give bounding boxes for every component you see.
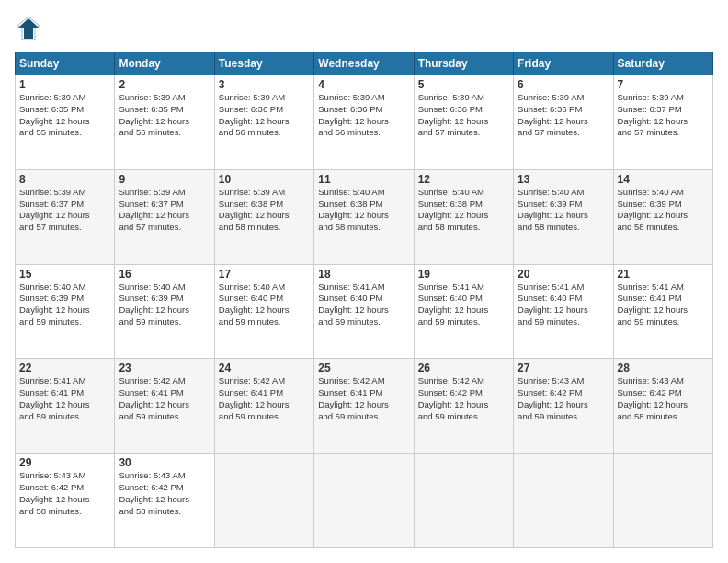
day-number: 18 — [318, 268, 409, 281]
day-number: 24 — [219, 362, 310, 374]
day-cell — [314, 454, 414, 548]
day-cell — [414, 454, 513, 548]
day-info: Sunrise: 5:40 AM Sunset: 6:38 PM Dayligh… — [418, 187, 509, 234]
col-header-friday: Friday — [514, 52, 613, 75]
day-cell: 18Sunrise: 5:41 AM Sunset: 6:40 PM Dayli… — [314, 264, 414, 359]
day-cell: 23Sunrise: 5:42 AM Sunset: 6:41 PM Dayli… — [115, 359, 214, 454]
day-info: Sunrise: 5:39 AM Sunset: 6:37 PM Dayligh… — [618, 92, 709, 139]
day-number: 14 — [618, 173, 709, 186]
day-cell: 19Sunrise: 5:41 AM Sunset: 6:40 PM Dayli… — [414, 264, 513, 359]
day-info: Sunrise: 5:39 AM Sunset: 6:36 PM Dayligh… — [219, 92, 310, 139]
day-number: 1 — [19, 78, 110, 91]
day-info: Sunrise: 5:40 AM Sunset: 6:38 PM Dayligh… — [318, 187, 409, 234]
day-cell: 7Sunrise: 5:39 AM Sunset: 6:37 PM Daylig… — [613, 75, 712, 170]
day-cell: 13Sunrise: 5:40 AM Sunset: 6:39 PM Dayli… — [514, 169, 613, 264]
day-cell: 2Sunrise: 5:39 AM Sunset: 6:35 PM Daylig… — [115, 75, 214, 170]
day-number: 4 — [318, 78, 409, 91]
col-header-wednesday: Wednesday — [314, 52, 414, 75]
day-number: 27 — [518, 362, 609, 374]
day-info: Sunrise: 5:41 AM Sunset: 6:40 PM Dayligh… — [318, 282, 409, 328]
week-row-2: 8Sunrise: 5:39 AM Sunset: 6:37 PM Daylig… — [16, 169, 713, 264]
day-cell: 10Sunrise: 5:39 AM Sunset: 6:38 PM Dayli… — [214, 169, 313, 264]
day-cell: 15Sunrise: 5:40 AM Sunset: 6:39 PM Dayli… — [16, 264, 115, 359]
day-info: Sunrise: 5:41 AM Sunset: 6:40 PM Dayligh… — [418, 282, 509, 328]
day-number: 26 — [418, 362, 509, 374]
day-info: Sunrise: 5:41 AM Sunset: 6:41 PM Dayligh… — [618, 282, 709, 328]
day-cell: 29Sunrise: 5:43 AM Sunset: 6:42 PM Dayli… — [16, 454, 115, 548]
day-info: Sunrise: 5:42 AM Sunset: 6:41 PM Dayligh… — [219, 375, 310, 422]
day-cell: 11Sunrise: 5:40 AM Sunset: 6:38 PM Dayli… — [314, 169, 414, 264]
day-number: 15 — [19, 268, 110, 281]
day-info: Sunrise: 5:42 AM Sunset: 6:41 PM Dayligh… — [318, 375, 409, 422]
day-number: 29 — [19, 456, 110, 469]
day-cell — [214, 454, 313, 548]
day-number: 30 — [119, 456, 210, 469]
day-number: 25 — [318, 362, 409, 374]
day-cell: 9Sunrise: 5:39 AM Sunset: 6:37 PM Daylig… — [115, 169, 214, 264]
day-cell: 14Sunrise: 5:40 AM Sunset: 6:39 PM Dayli… — [613, 169, 712, 264]
week-row-3: 15Sunrise: 5:40 AM Sunset: 6:39 PM Dayli… — [16, 264, 713, 359]
day-number: 16 — [119, 268, 210, 281]
day-number: 6 — [518, 78, 609, 91]
header — [15, 15, 713, 42]
day-number: 7 — [618, 78, 709, 91]
day-info: Sunrise: 5:39 AM Sunset: 6:35 PM Dayligh… — [19, 92, 110, 139]
day-cell: 25Sunrise: 5:42 AM Sunset: 6:41 PM Dayli… — [314, 359, 414, 454]
day-number: 3 — [219, 78, 310, 91]
day-cell: 24Sunrise: 5:42 AM Sunset: 6:41 PM Dayli… — [214, 359, 313, 454]
svg-marker-0 — [18, 18, 39, 39]
day-info: Sunrise: 5:39 AM Sunset: 6:36 PM Dayligh… — [418, 92, 509, 139]
day-cell: 4Sunrise: 5:39 AM Sunset: 6:36 PM Daylig… — [314, 75, 414, 170]
day-number: 12 — [418, 173, 509, 186]
day-cell: 22Sunrise: 5:41 AM Sunset: 6:41 PM Dayli… — [16, 359, 115, 454]
day-cell: 16Sunrise: 5:40 AM Sunset: 6:39 PM Dayli… — [115, 264, 214, 359]
day-info: Sunrise: 5:43 AM Sunset: 6:42 PM Dayligh… — [618, 375, 709, 422]
day-cell: 28Sunrise: 5:43 AM Sunset: 6:42 PM Dayli… — [613, 359, 712, 454]
day-info: Sunrise: 5:40 AM Sunset: 6:39 PM Dayligh… — [19, 282, 110, 328]
col-header-thursday: Thursday — [414, 52, 513, 75]
day-number: 11 — [318, 173, 409, 186]
day-cell: 5Sunrise: 5:39 AM Sunset: 6:36 PM Daylig… — [414, 75, 513, 170]
day-info: Sunrise: 5:41 AM Sunset: 6:40 PM Dayligh… — [518, 282, 609, 328]
day-cell: 20Sunrise: 5:41 AM Sunset: 6:40 PM Dayli… — [514, 264, 613, 359]
day-cell — [613, 454, 712, 548]
day-info: Sunrise: 5:39 AM Sunset: 6:36 PM Dayligh… — [318, 92, 409, 139]
day-number: 21 — [618, 268, 709, 281]
day-number: 28 — [618, 362, 709, 374]
day-number: 13 — [518, 173, 609, 186]
day-info: Sunrise: 5:40 AM Sunset: 6:40 PM Dayligh… — [219, 282, 310, 328]
day-cell: 1Sunrise: 5:39 AM Sunset: 6:35 PM Daylig… — [16, 75, 115, 170]
day-number: 5 — [418, 78, 509, 91]
col-header-monday: Monday — [115, 52, 214, 75]
day-info: Sunrise: 5:42 AM Sunset: 6:41 PM Dayligh… — [119, 375, 210, 422]
day-cell: 12Sunrise: 5:40 AM Sunset: 6:38 PM Dayli… — [414, 169, 513, 264]
day-info: Sunrise: 5:39 AM Sunset: 6:37 PM Dayligh… — [19, 187, 110, 234]
day-cell: 3Sunrise: 5:39 AM Sunset: 6:36 PM Daylig… — [214, 75, 313, 170]
day-info: Sunrise: 5:43 AM Sunset: 6:42 PM Dayligh… — [19, 470, 110, 517]
day-cell: 27Sunrise: 5:43 AM Sunset: 6:42 PM Dayli… — [514, 359, 613, 454]
day-info: Sunrise: 5:40 AM Sunset: 6:39 PM Dayligh… — [618, 187, 709, 234]
day-cell: 6Sunrise: 5:39 AM Sunset: 6:36 PM Daylig… — [514, 75, 613, 170]
day-info: Sunrise: 5:43 AM Sunset: 6:42 PM Dayligh… — [119, 470, 210, 517]
day-info: Sunrise: 5:39 AM Sunset: 6:35 PM Dayligh… — [119, 92, 210, 139]
day-number: 19 — [418, 268, 509, 281]
day-number: 22 — [19, 362, 110, 374]
week-row-4: 22Sunrise: 5:41 AM Sunset: 6:41 PM Dayli… — [16, 359, 713, 454]
day-number: 23 — [119, 362, 210, 374]
day-info: Sunrise: 5:41 AM Sunset: 6:41 PM Dayligh… — [19, 375, 110, 422]
day-number: 10 — [219, 173, 310, 186]
page: SundayMondayTuesdayWednesdayThursdayFrid… — [0, 0, 728, 563]
col-header-tuesday: Tuesday — [214, 52, 313, 75]
day-number: 9 — [119, 173, 210, 186]
day-info: Sunrise: 5:40 AM Sunset: 6:39 PM Dayligh… — [119, 282, 210, 328]
day-info: Sunrise: 5:39 AM Sunset: 6:37 PM Dayligh… — [119, 187, 210, 234]
day-info: Sunrise: 5:40 AM Sunset: 6:39 PM Dayligh… — [518, 187, 609, 234]
week-row-5: 29Sunrise: 5:43 AM Sunset: 6:42 PM Dayli… — [16, 454, 713, 548]
col-header-saturday: Saturday — [613, 52, 712, 75]
day-info: Sunrise: 5:43 AM Sunset: 6:42 PM Dayligh… — [518, 375, 609, 422]
day-number: 17 — [219, 268, 310, 281]
day-cell: 21Sunrise: 5:41 AM Sunset: 6:41 PM Dayli… — [613, 264, 712, 359]
day-cell — [514, 454, 613, 548]
calendar-table: SundayMondayTuesdayWednesdayThursdayFrid… — [15, 52, 713, 548]
day-number: 8 — [19, 173, 110, 186]
